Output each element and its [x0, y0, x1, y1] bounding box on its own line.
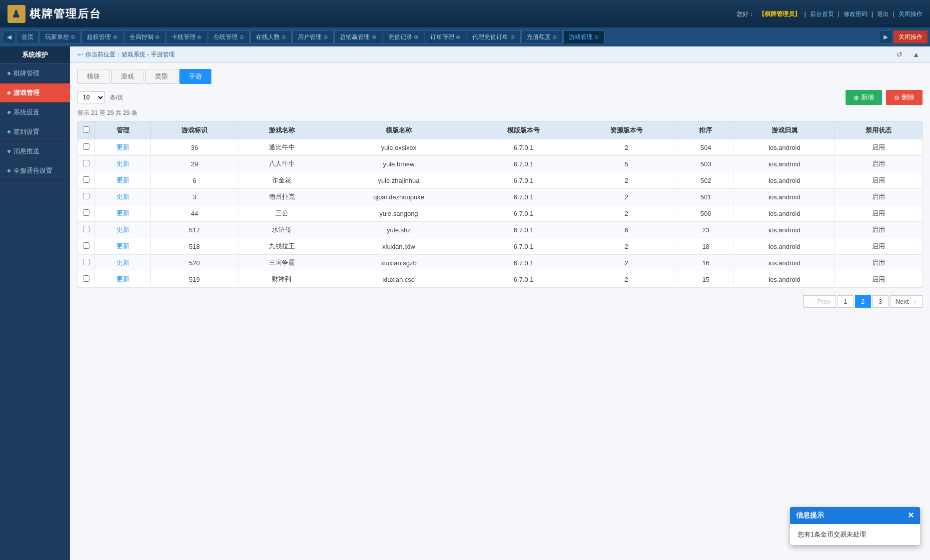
tab-online-mgmt[interactable]: 在线管理 ⊙ — [208, 30, 249, 43]
change-pwd-link[interactable]: 修改密码 — [844, 9, 868, 18]
row-checkbox[interactable] — [83, 259, 89, 265]
row-res-ver: 5 — [575, 156, 678, 172]
row-platform: ios,android — [734, 139, 835, 156]
page-btn-1[interactable]: 1 — [838, 295, 854, 308]
row-template-ver: 6.7.0.1 — [472, 238, 575, 255]
tab-module[interactable]: 模块 — [77, 69, 109, 84]
notification-title: 信息提示 — [796, 511, 824, 520]
header: ♟ 棋牌管理后台 您好： 【棋牌管理员】 | 后台首页 | 修改密码 | 退出 … — [0, 0, 930, 27]
sidebar-item-message-push[interactable]: 消息推送 — [0, 142, 70, 161]
update-btn[interactable]: 更新 — [116, 258, 129, 267]
update-btn[interactable]: 更新 — [116, 209, 129, 218]
notification-close-btn[interactable]: ✕ — [908, 512, 914, 520]
tab-super-admin[interactable]: 超权管理 ⊙ — [81, 30, 123, 43]
tab-game[interactable]: 游戏 — [111, 69, 143, 84]
tab-game-mgmt[interactable]: 游戏管理 ⊙ — [563, 30, 605, 43]
sidebar-item-server-notice[interactable]: 全服通告设置 — [0, 161, 70, 181]
row-name: 三公 — [238, 205, 325, 222]
update-btn[interactable]: 更新 — [116, 225, 129, 234]
row-checkbox-cell — [78, 222, 95, 238]
sidebar-label-chess: 棋牌管理 — [13, 69, 39, 78]
page-btn-2[interactable]: 2 — [855, 295, 871, 308]
update-btn[interactable]: 更新 — [116, 242, 129, 251]
tab-recharge-records[interactable]: 充值记录 ⊙ — [383, 30, 424, 43]
next-page-btn[interactable]: Next → — [890, 295, 923, 308]
update-btn[interactable]: 更新 — [116, 275, 129, 284]
toolbar-right: ⊕ 新增 ⊖ 删除 — [846, 90, 923, 105]
row-template: yule.sangong — [325, 205, 472, 222]
dot-icon — [7, 111, 10, 114]
row-platform: ios,android — [734, 238, 835, 255]
tab-agent-recharge[interactable]: 代理充值订单 ⊙ — [467, 30, 520, 43]
update-btn[interactable]: 更新 — [116, 176, 129, 185]
close-ops-btn[interactable]: 关闭操作 — [894, 30, 928, 43]
row-status: 启用 — [835, 139, 923, 156]
tab-recharge-quota[interactable]: 充值额度 ⊙ — [521, 30, 563, 43]
row-res-ver: 6 — [575, 222, 678, 238]
sep4: | — [893, 10, 895, 17]
row-sort: 503 — [678, 156, 734, 172]
row-checkbox[interactable] — [83, 143, 89, 150]
username-link[interactable]: 【棋牌管理员】 — [759, 9, 801, 18]
delete-btn[interactable]: ⊖ 删除 — [886, 90, 923, 105]
row-template: xiuxian.csd — [325, 271, 472, 288]
row-template-ver: 6.7.0.1 — [472, 271, 575, 288]
row-checkbox[interactable] — [83, 193, 89, 199]
row-checkbox[interactable] — [83, 275, 89, 282]
tab-home[interactable]: 首页 — [16, 30, 39, 43]
tab-card-mgmt[interactable]: 卡线管理 ⊙ — [166, 30, 207, 43]
row-res-ver: 2 — [575, 238, 678, 255]
row-template-ver: 6.7.0.1 — [472, 156, 575, 172]
expand-btn[interactable]: ▲ — [910, 49, 923, 59]
row-checkbox[interactable] — [83, 160, 89, 166]
row-res-ver: 2 — [575, 271, 678, 288]
sep3: | — [872, 10, 873, 17]
row-res-ver: 2 — [575, 205, 678, 222]
update-btn[interactable]: 更新 — [116, 159, 129, 168]
update-btn[interactable]: 更新 — [116, 192, 129, 201]
tab-type[interactable]: 类型 — [145, 69, 177, 84]
sidebar-item-signin[interactable]: 签到设置 — [0, 122, 70, 142]
update-btn[interactable]: 更新 — [116, 143, 129, 152]
home-link[interactable]: 后台首页 — [810, 9, 834, 18]
row-res-ver: 2 — [575, 139, 678, 156]
page-btn-3[interactable]: 3 — [873, 295, 889, 308]
refresh-btn[interactable]: ↺ — [894, 49, 906, 59]
tab-mobile-game[interactable]: 手游 — [179, 69, 211, 84]
tab-global-control[interactable]: 全局控制 ⊙ — [124, 30, 165, 43]
sidebar-item-chess[interactable]: 棋牌管理 — [0, 64, 70, 83]
table-header-row: 管理 游戏标识 游戏名称 模版名称 模版版本号 资源版本号 排序 游戏归属 禁用… — [78, 122, 923, 139]
user-greeting: 您好： — [737, 9, 755, 18]
sidebar-title: 系统维护 — [0, 46, 70, 64]
new-btn[interactable]: ⊕ 新增 — [846, 90, 882, 105]
dot-icon — [7, 91, 10, 94]
sidebar-item-game[interactable]: 游戏管理 — [0, 83, 70, 103]
layout: 系统维护 棋牌管理 游戏管理 系统设置 签到设置 消息推送 全服通告设置 — [0, 46, 930, 560]
row-manage: 更新 — [95, 172, 151, 189]
row-checkbox[interactable] — [83, 176, 89, 183]
logout-link[interactable]: 退出 — [877, 9, 889, 18]
pagination: ← Prev 1 2 3 Next → — [77, 295, 923, 308]
row-checkbox[interactable] — [83, 242, 89, 249]
table-row: 更新 6 诈金花 yule.zhajinhua 6.7.0.1 2 502 io… — [78, 172, 923, 189]
sidebar-item-system-settings[interactable]: 系统设置 — [0, 103, 70, 122]
breadcrumb-text: 你当前位置：游戏系统 - 手游管理 — [85, 50, 175, 59]
row-checkbox[interactable] — [83, 209, 89, 216]
per-page-select[interactable]: 10 20 50 100 — [77, 91, 105, 103]
tab-online-count[interactable]: 在线人数 ⊙ — [250, 30, 292, 43]
prev-page-btn[interactable]: ← Prev — [803, 295, 836, 308]
tab-player-control[interactable]: 玩家单控 ⊙ — [39, 30, 81, 43]
delete-btn-label: 删除 — [902, 93, 915, 102]
close-ops-link[interactable]: 关闭操作 — [899, 9, 923, 18]
tab-order-mgmt[interactable]: 订单管理 ⊙ — [425, 30, 466, 43]
select-all-checkbox[interactable] — [83, 126, 89, 133]
tab-user-mgmt[interactable]: 用户管理 ⊙ — [292, 30, 334, 43]
tab-total-winloss[interactable]: 总输赢管理 ⊙ — [334, 30, 382, 43]
row-checkbox-cell — [78, 156, 95, 172]
row-template-ver: 6.7.0.1 — [472, 139, 575, 156]
row-checkbox[interactable] — [83, 226, 89, 232]
nav-next-btn[interactable]: ▶ — [879, 30, 893, 43]
nav-prev-btn[interactable]: ◀ — [2, 30, 16, 43]
row-manage: 更新 — [95, 139, 151, 156]
row-platform: ios,android — [734, 172, 835, 189]
